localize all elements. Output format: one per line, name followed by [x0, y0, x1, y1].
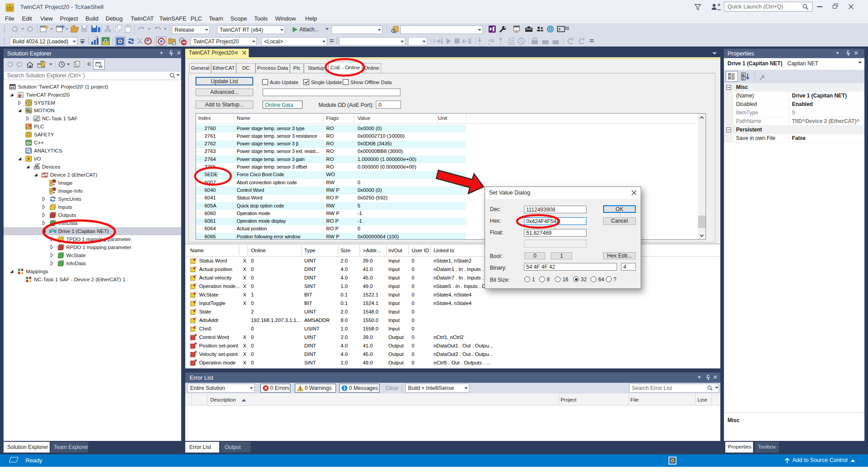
svg-text:Z: Z: [742, 77, 745, 80]
svg-text:A: A: [742, 73, 744, 76]
svg-text:C+: C+: [26, 141, 31, 145]
